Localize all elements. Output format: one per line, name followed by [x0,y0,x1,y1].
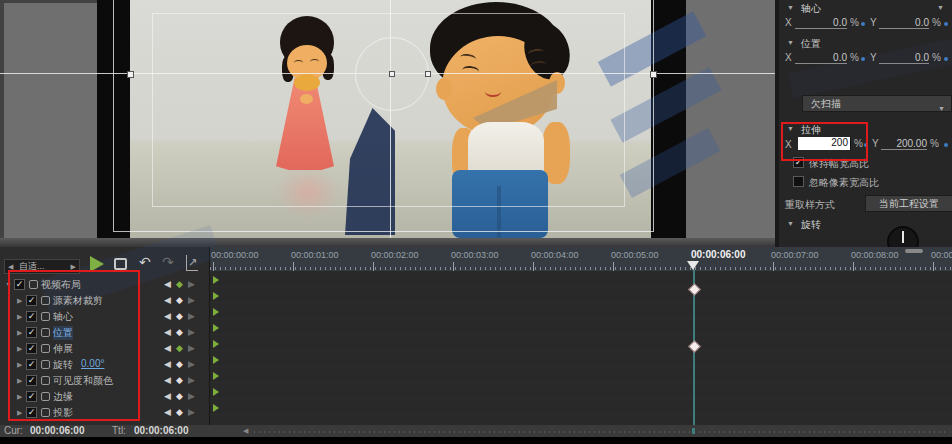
position-y-label: Y [870,52,877,63]
prev-keyframe-icon[interactable]: ◀ [164,391,171,401]
pivot-x-input[interactable]: 0.0 [795,17,847,29]
add-keyframe-diamond-icon[interactable]: ◆ [176,311,183,321]
add-keyframe-diamond-icon[interactable]: ◆ [176,295,183,305]
clip-start-marker [213,324,219,332]
prev-keyframe-icon[interactable]: ◀ [164,279,171,289]
rotation-circle-handle[interactable] [425,71,431,77]
chevron-down-icon: ▼ [938,101,945,117]
next-keyframe-icon[interactable]: ▶ [188,375,195,385]
add-keyframe-diamond-icon[interactable]: ◆ [176,375,183,385]
collapse-triangle-icon[interactable]: ▼ [787,220,794,227]
add-keyframe-diamond-icon[interactable]: ◆ [176,391,183,401]
position-x-input[interactable]: 0.0 [795,52,847,64]
scrollbar-track[interactable] [254,431,948,433]
transform-properties-panel: ▼ 轴心 ▼ X 0.0 % Y 0.0 % ▼ 位置 X 0.0 % Y 0.… [775,0,952,247]
add-keyframe-diamond-icon[interactable]: ◆ [176,343,183,353]
prev-keyframe-icon[interactable]: ◀ [164,359,171,369]
add-keyframe-diamond-icon[interactable]: ◆ [176,327,183,337]
ignore-pixel-aspect-checkbox[interactable] [793,176,804,187]
ruler-minor-ticks [210,267,952,270]
ruler-tick-label: 00:00:00:00 [211,250,259,260]
clip-start-marker [213,356,219,364]
keyframe-dot-icon[interactable] [861,22,865,26]
next-keyframe-icon[interactable]: ▶ [188,311,195,321]
next-keyframe-icon[interactable]: ▶ [188,279,195,289]
position-y-input[interactable]: 0.0 [879,52,929,64]
panel-menu-icon[interactable]: ▼ [937,4,944,11]
prev-keyframe-icon[interactable]: ◀ [164,343,171,353]
ruler-major-tick [373,262,374,271]
redo-icon[interactable]: ↷ [162,255,174,269]
collapse-triangle-icon[interactable]: ▼ [787,39,794,46]
keyframe-dot-icon[interactable] [944,22,948,26]
playhead-handle[interactable] [687,261,699,270]
bottom-black-strip [0,437,952,444]
stretch-y-unit: % [930,138,939,149]
undo-icon[interactable]: ↶ [139,255,151,269]
underscan-dropdown[interactable]: 欠扫描 ▼ [802,95,952,112]
resample-label: 重取样方式 [785,198,835,212]
clip-start-marker [213,340,219,348]
video-editor-window: ▼ 轴心 ▼ X 0.0 % Y 0.0 % ▼ 位置 X 0.0 % Y 0.… [0,0,952,444]
collapse-triangle-icon[interactable]: ▼ [787,4,794,11]
prev-keyframe-icon[interactable]: ◀ [164,327,171,337]
position-section-title: 位置 [801,37,821,51]
export-curve-icon[interactable]: ↗ [186,255,198,271]
clip-start-marker [213,388,219,396]
timeline-ruler[interactable]: 00:00:00:0000:00:01:0000:00:02:0000:00:0… [210,247,952,271]
next-keyframe-icon[interactable]: ▶ [188,327,195,337]
playhead-tick [692,428,695,434]
resample-dropdown[interactable]: 当前工程设置 [865,195,952,212]
guide-handle-left[interactable] [127,71,134,78]
ruler-tick-label: 00:00:05:00 [611,250,659,260]
ruler-tick-label: 00:00:02:00 [371,250,419,260]
stretch-y-input[interactable]: 200.00 [881,138,927,150]
preview-edge [0,0,97,3]
position-x-unit: % [850,52,859,63]
ruler-major-tick [933,262,934,271]
ruler-tick-label: 00:00:09:00 [931,250,952,260]
ruler-tick-label: 00:00:06:00 [691,249,745,260]
keyframe-timeline-panel: ◀ 自适... ▶ ↶ ↷ ↗ ▼✓视频布局◀◆▶▶✓源素材裁剪◀◆▶▶✓轴心◀… [0,247,952,425]
next-keyframe-icon[interactable]: ▶ [188,359,195,369]
add-keyframe-diamond-icon[interactable]: ◆ [176,407,183,417]
ruler-scroll-thumb[interactable] [905,249,923,253]
keyframe-dot-icon[interactable] [861,57,865,61]
status-bar: Cur: 00:00:06:00 Ttl: 00:00:06:00 ◀ [0,425,952,437]
position-y-unit: % [932,52,941,63]
ruler-major-tick [293,262,294,271]
next-keyframe-icon[interactable]: ▶ [188,295,195,305]
clip-start-marker [213,372,219,380]
annotation-box-stretch [781,122,868,161]
rotation-dial-pointer [902,231,904,243]
ttl-value: 00:00:06:00 [134,425,188,437]
pivot-y-input[interactable]: 0.0 [879,17,929,29]
guide-handle-right[interactable] [650,71,657,78]
cur-label: Cur: [4,425,23,437]
clip-start-marker [213,292,219,300]
keyframe-dot-icon[interactable] [944,57,948,61]
next-keyframe-icon[interactable]: ▶ [188,407,195,417]
prev-keyframe-icon[interactable]: ◀ [164,311,171,321]
prev-keyframe-icon[interactable]: ◀ [164,295,171,305]
keyframe-dot-icon[interactable] [944,143,948,147]
add-keyframe-diamond-icon[interactable]: ◆ [176,279,183,289]
clip-start-marker [213,404,219,412]
track-header-panel: ◀ 自适... ▶ ↶ ↷ ↗ ▼✓视频布局◀◆▶▶✓源素材裁剪◀◆▶▶✓轴心◀… [0,247,210,425]
ruler-tick-label: 00:00:03:00 [451,250,499,260]
keyframe-lanes[interactable] [210,271,952,425]
ruler-major-tick [453,262,454,271]
ruler-tick-label: 00:00:07:00 [771,250,819,260]
next-keyframe-icon[interactable]: ▶ [188,391,195,401]
pivot-center-handle[interactable] [389,71,395,77]
loop-playback-icon[interactable] [114,258,127,270]
preview-monitor[interactable] [0,0,775,247]
resample-value: 当前工程设置 [879,198,939,209]
prev-keyframe-icon[interactable]: ◀ [164,407,171,417]
prev-keyframe-icon[interactable]: ◀ [164,375,171,385]
next-keyframe-icon[interactable]: ▶ [188,343,195,353]
add-keyframe-diamond-icon[interactable]: ◆ [176,359,183,369]
cur-value: 00:00:06:00 [30,425,84,437]
scroll-left-icon[interactable]: ◀ [243,425,248,437]
ruler-tick-label: 00:00:01:00 [291,250,339,260]
